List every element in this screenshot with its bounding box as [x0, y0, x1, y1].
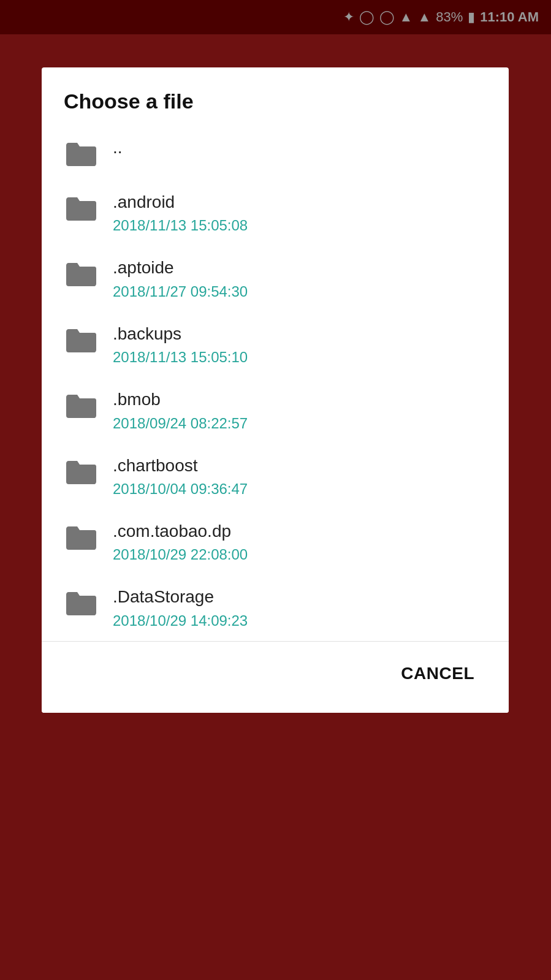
file-name: .com.taobao.dp — [113, 520, 487, 542]
folder-icon — [64, 523, 98, 552]
list-item[interactable]: .aptoide2018/11/27 09:54:30 — [51, 246, 499, 311]
file-name: .backups — [113, 323, 487, 345]
file-chooser-dialog: Choose a file .. .android2018/11/13 15:0… — [42, 67, 509, 713]
folder-icon — [64, 194, 98, 223]
folder-icon — [64, 588, 98, 618]
file-name: .aptoide — [113, 257, 487, 279]
list-item[interactable]: .chartboost2018/10/04 09:36:47 — [51, 444, 499, 509]
file-info: .android2018/11/13 15:05:08 — [113, 191, 487, 234]
list-item[interactable]: .. — [51, 126, 499, 180]
list-item[interactable]: .android2018/11/13 15:05:08 — [51, 180, 499, 246]
file-name: .android — [113, 191, 487, 213]
file-name: .DataStorage — [113, 586, 487, 608]
file-date: 2018/10/04 09:36:47 — [113, 481, 487, 498]
file-date: 2018/11/13 15:05:10 — [113, 349, 487, 366]
file-name: .chartboost — [113, 455, 487, 477]
dialog-actions: CANCEL — [42, 641, 509, 713]
dialog-title: Choose a file — [42, 67, 509, 126]
list-item[interactable]: .DataStorage2018/10/29 14:09:23 — [51, 575, 499, 640]
list-item[interactable]: .com.taobao.dp2018/10/29 22:08:00 — [51, 509, 499, 575]
file-date: 2018/10/29 14:09:23 — [113, 612, 487, 629]
folder-icon — [64, 259, 98, 289]
folder-icon — [64, 139, 98, 169]
cancel-button[interactable]: CANCEL — [389, 654, 487, 693]
file-date: 2018/11/13 15:05:08 — [113, 217, 487, 234]
file-info: .. — [113, 137, 487, 159]
file-info: .backups2018/11/13 15:05:10 — [113, 323, 487, 366]
file-date: 2018/11/27 09:54:30 — [113, 283, 487, 300]
file-info: .bmob2018/09/24 08:22:57 — [113, 389, 487, 431]
folder-icon — [64, 391, 98, 420]
file-info: .com.taobao.dp2018/10/29 22:08:00 — [113, 520, 487, 563]
file-info: .chartboost2018/10/04 09:36:47 — [113, 455, 487, 498]
file-list[interactable]: .. .android2018/11/13 15:05:08 .aptoide2… — [42, 126, 509, 641]
file-info: .DataStorage2018/10/29 14:09:23 — [113, 586, 487, 629]
file-name: .. — [113, 137, 487, 159]
folder-icon — [64, 457, 98, 487]
list-item[interactable]: .backups2018/11/13 15:05:10 — [51, 312, 499, 378]
file-date: 2018/09/24 08:22:57 — [113, 415, 487, 432]
file-date: 2018/10/29 22:08:00 — [113, 546, 487, 563]
list-item[interactable]: .bmob2018/09/24 08:22:57 — [51, 378, 499, 443]
file-name: .bmob — [113, 389, 487, 411]
file-info: .aptoide2018/11/27 09:54:30 — [113, 257, 487, 300]
folder-icon — [64, 325, 98, 355]
